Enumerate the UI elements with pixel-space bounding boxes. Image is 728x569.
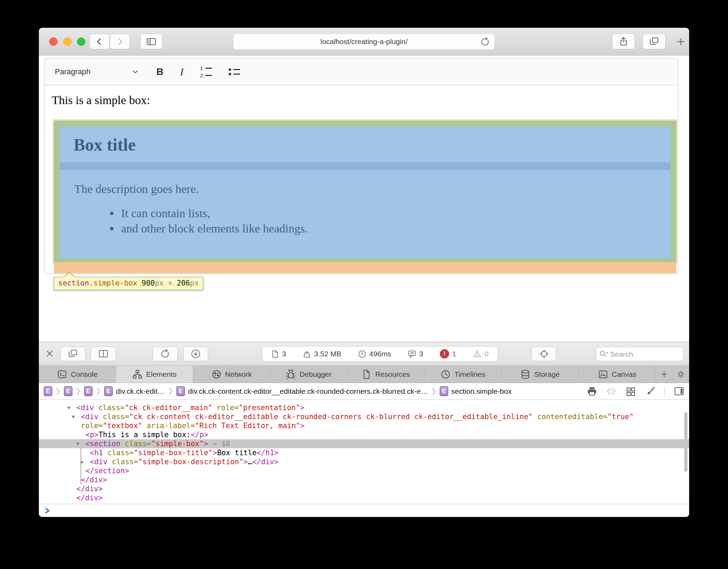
error-octagon-icon: ! <box>440 349 449 358</box>
tab-label: Resources <box>375 370 410 379</box>
minimize-window-button[interactable] <box>63 37 71 46</box>
tooltip-tag: section <box>58 279 89 287</box>
zoom-window-button[interactable] <box>77 37 85 46</box>
new-tab-button[interactable] <box>672 34 689 49</box>
tab-elements[interactable]: Elements <box>116 366 193 383</box>
disclosure-open-icon[interactable]: ▼ <box>76 439 79 448</box>
inspector-reload-button[interactable] <box>153 347 178 361</box>
breadcrumb-item[interactable]: E <box>64 386 73 396</box>
tab-resources[interactable]: Resources <box>347 366 424 383</box>
disclosure-open-icon[interactable]: ▼ <box>72 412 75 421</box>
dom-row[interactable]: </section> <box>39 466 689 475</box>
dom-node-markup: <section class="simple-box"> = $0 <box>85 440 230 448</box>
console-icon <box>57 369 67 380</box>
inspector-settings-button[interactable] <box>672 366 689 383</box>
resource-count-stat[interactable]: 3 <box>271 350 286 358</box>
tab-label: Canvas <box>612 370 636 379</box>
dom-row[interactable]: role="textbox" aria-label="Rich Text Edi… <box>39 421 689 430</box>
reload-icon <box>160 349 170 359</box>
warning-count-stat[interactable]: 0 <box>473 350 489 358</box>
chevron-down-icon[interactable] <box>132 70 138 74</box>
forward-chevron-icon <box>115 36 125 47</box>
dom-row-selected[interactable]: ▼<section class="simple-box"> = $0 <box>39 439 689 448</box>
dom-node-markup: role="textbox" aria-label="Rich Text Edi… <box>81 422 305 430</box>
paragraph-dropdown[interactable]: Paragraph <box>55 67 91 76</box>
dom-row[interactable]: <p>This is a simple box:</p> <box>39 430 689 439</box>
content-highlight-description: The description goes here. It can contai… <box>60 170 670 258</box>
search-input[interactable] <box>610 350 680 358</box>
forward-button[interactable] <box>110 34 130 49</box>
breadcrumb-item-div-ck-ck-edit-[interactable]: Ediv.ck.ck-edit… <box>104 386 165 396</box>
share-icon <box>618 36 629 47</box>
dock-side-button[interactable] <box>91 347 116 361</box>
breadcrumb-item[interactable]: E <box>44 386 52 396</box>
share-button[interactable] <box>612 34 635 49</box>
bold-button[interactable]: B <box>156 66 163 77</box>
dom-row[interactable]: </div> <box>39 493 689 502</box>
tab-console[interactable]: Console <box>39 366 116 383</box>
element-picker-button[interactable] <box>532 347 556 361</box>
breadcrumb-item[interactable]: E <box>84 386 93 396</box>
web-inspector: 3 3.52 MB 496ms 3 ! 1 <box>39 342 689 517</box>
numbered-list-button[interactable]: 12 <box>200 66 212 78</box>
dom-row[interactable]: </div> <box>39 475 689 484</box>
dom-node-markup: </div> <box>81 476 107 484</box>
tab-label: Storage <box>534 370 560 379</box>
dom-node-markup: <div class="simple-box-description">…</d… <box>90 458 279 466</box>
add-tab-button[interactable] <box>656 366 672 383</box>
document-icon <box>271 350 279 358</box>
bullet-icon <box>110 227 113 230</box>
tab-timelines[interactable]: Timelines <box>424 366 501 383</box>
download-page-button[interactable] <box>183 347 208 361</box>
editable-area[interactable]: This is a simple box: Box title The desc… <box>44 85 678 274</box>
plus-icon <box>676 36 686 47</box>
paintbrush-button[interactable] <box>645 386 655 397</box>
element-badge-icon: E <box>84 386 93 396</box>
console-message-stat[interactable]: 3 <box>408 350 423 358</box>
error-count-stat[interactable]: ! 1 <box>440 349 456 358</box>
elements-icon <box>132 369 143 380</box>
back-button[interactable] <box>90 34 110 49</box>
intro-paragraph: This is a simple box: <box>52 94 150 107</box>
disclosure-open-icon[interactable]: ▼ <box>67 403 70 412</box>
tab-label: Debugger <box>299 370 331 379</box>
prompt-chevron-icon <box>44 507 51 514</box>
bulleted-list-icon <box>228 68 240 71</box>
console-prompt[interactable] <box>39 504 689 517</box>
tab-storage[interactable]: Storage <box>502 366 579 383</box>
bulleted-list-button[interactable] <box>228 68 240 75</box>
grid-overlay-button[interactable] <box>626 386 636 397</box>
dom-row[interactable]: ▼<div class="ck ck-editor__main" role="p… <box>39 403 689 412</box>
address-bar[interactable]: localhost/creating-a-plugin/ <box>233 34 495 50</box>
dom-row[interactable]: ▶<div class="simple-box-description">…</… <box>39 457 689 466</box>
breadcrumb-item-div-ck-ck-content-ck-edi[interactable]: Ediv.ck.ck-content.ck-editor__editable.c… <box>176 386 428 396</box>
tab-debugger[interactable]: Debugger <box>270 366 347 383</box>
list-item: It can contain lists, <box>110 207 308 220</box>
tab-label: Timelines <box>454 370 485 379</box>
dom-row[interactable]: <h1 class="simple-box-title">Box title</… <box>39 448 689 457</box>
traffic-lights <box>49 37 85 46</box>
dom-node-markup: <p>This is a simple box:</p> <box>85 431 208 439</box>
sidebar-icon <box>146 36 156 47</box>
load-time-stat[interactable]: 496ms <box>358 350 391 358</box>
close-window-button[interactable] <box>49 37 58 46</box>
inspector-search-field[interactable] <box>596 347 684 361</box>
tab-network[interactable]: Network <box>193 366 270 383</box>
transfer-size-stat[interactable]: 3.52 MB <box>303 350 341 358</box>
debugger-icon <box>286 369 296 380</box>
print-styles-button[interactable] <box>587 386 597 397</box>
tab-canvas[interactable]: Canvas <box>579 366 656 383</box>
breadcrumb-item-section-simple-box[interactable]: Esection.simple-box <box>440 386 512 396</box>
close-inspector-button[interactable] <box>45 349 54 358</box>
dom-row[interactable]: ▼<div class="ck ck-content ck-editor__ed… <box>39 412 689 421</box>
code-brackets-button[interactable] <box>606 386 617 397</box>
details-sidebar-toggle[interactable] <box>674 386 684 397</box>
reload-button[interactable] <box>480 37 490 47</box>
dom-row[interactable]: </div> <box>39 484 689 493</box>
dock-to-window-button[interactable] <box>60 347 85 361</box>
disclosure-closed-icon[interactable]: ▶ <box>81 457 84 466</box>
dom-node-markup: <div class="ck ck-content ck-editor__edi… <box>81 413 634 421</box>
tab-overview-button[interactable] <box>643 34 666 49</box>
sidebar-toggle-button[interactable] <box>140 34 162 49</box>
italic-button[interactable]: I <box>180 66 184 78</box>
